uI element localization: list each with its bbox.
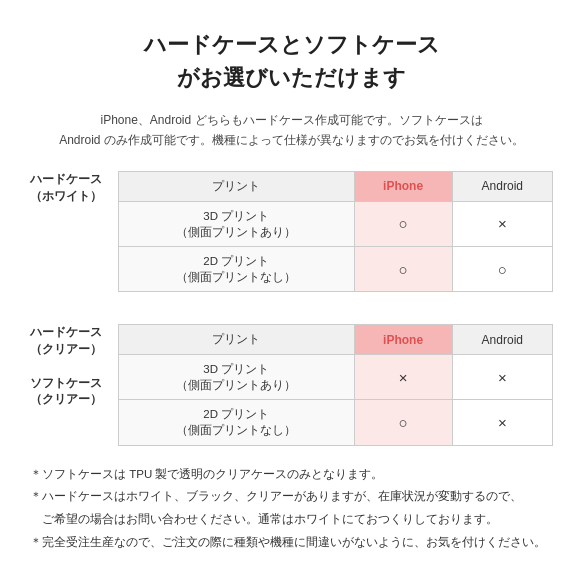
table1-col-iphone: iPhone (354, 171, 452, 201)
table2-wrapper: ハードケース（クリアー）ソフトケース（クリアー） プリント iPhone And… (30, 324, 553, 445)
table-row: 3D プリント（側面プリントあり） ○ × (119, 201, 553, 246)
notes-section: ＊ソフトケースは TPU 製で透明のクリアケースのみとなります。 ＊ハードケース… (30, 464, 553, 553)
table-row: 2D プリント（側面プリントなし） ○ ○ (119, 246, 553, 291)
table1-row2-android: ○ (452, 246, 552, 291)
table1: プリント iPhone Android 3D プリント（側面プリントあり） ○ … (118, 171, 553, 292)
table1-row1-print: 3D プリント（側面プリントあり） (119, 201, 355, 246)
table2-row1-iphone: × (354, 355, 452, 400)
table2-section: ハードケース（クリアー）ソフトケース（クリアー） プリント iPhone And… (30, 324, 553, 445)
table-row: 2D プリント（側面プリントなし） ○ × (119, 400, 553, 445)
table1-col-android: Android (452, 171, 552, 201)
table2: プリント iPhone Android 3D プリント（側面プリントあり） × … (118, 324, 553, 445)
note-1: ＊ソフトケースは TPU 製で透明のクリアケースのみとなります。 (30, 464, 553, 485)
page-container: ハードケースとソフトケース がお選びいただけます iPhone、Android … (0, 0, 583, 574)
table1-row1-android: × (452, 201, 552, 246)
note-3: ＊完全受注生産なので、ご注文の際に種類や機種に間違いがないように、お気を付けくだ… (30, 532, 553, 553)
table2-row-header: ハードケース（クリアー）ソフトケース（クリアー） (30, 324, 118, 408)
table2-row2-android: × (452, 400, 552, 445)
table2-col-android: Android (452, 325, 552, 355)
table1-row2-print: 2D プリント（側面プリントなし） (119, 246, 355, 291)
table1-section: ハードケース（ホワイト） プリント iPhone Android 3D プリント… (30, 171, 553, 292)
table2-row2-iphone: ○ (354, 400, 452, 445)
table2-row1-android: × (452, 355, 552, 400)
table2-row1-print: 3D プリント（側面プリントあり） (119, 355, 355, 400)
subtitle: iPhone、Android どちらもハードケース作成可能です。ソフトケースは … (30, 110, 553, 151)
table2-col-iphone: iPhone (354, 325, 452, 355)
note-2: ＊ハードケースはホワイト、ブラック、クリアーがありますが、在庫状況が変動するので… (30, 486, 553, 507)
main-title: ハードケースとソフトケース がお選びいただけます (30, 28, 553, 94)
table1-row-header: ハードケース（ホワイト） (30, 171, 118, 205)
table2-col-print: プリント (119, 325, 355, 355)
table2-row2-print: 2D プリント（側面プリントなし） (119, 400, 355, 445)
table1-col-print: プリント (119, 171, 355, 201)
table1-row1-iphone: ○ (354, 201, 452, 246)
table1-row2-iphone: ○ (354, 246, 452, 291)
note-2-cont: ご希望の場合はお問い合わせください。通常はホワイトにておつくりしております。 (30, 509, 553, 530)
table-row: 3D プリント（側面プリントあり） × × (119, 355, 553, 400)
table1-wrapper: ハードケース（ホワイト） プリント iPhone Android 3D プリント… (30, 171, 553, 292)
